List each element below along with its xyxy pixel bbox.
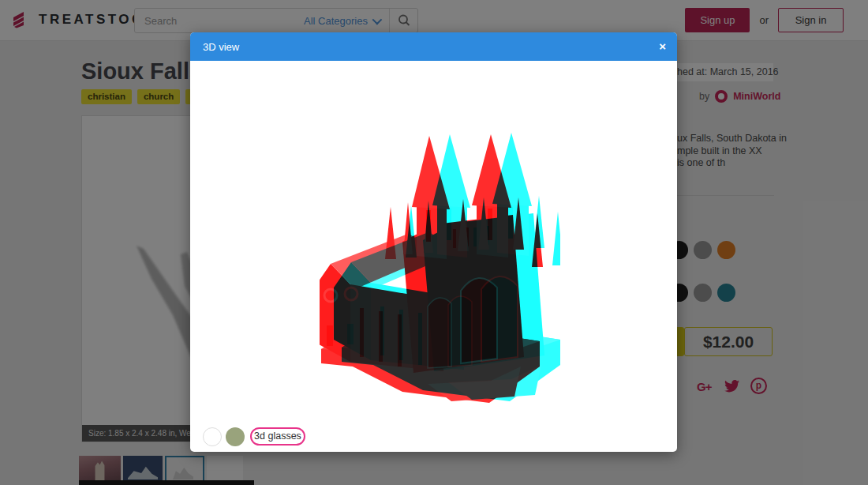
- model-color-olive[interactable]: [226, 427, 245, 446]
- modal-title: 3D view: [203, 41, 239, 53]
- model-color-white[interactable]: [203, 427, 222, 446]
- modal-header: 3D view ×: [190, 32, 677, 61]
- close-icon[interactable]: ×: [659, 39, 666, 55]
- 3d-glasses-toggle[interactable]: 3d glasses: [250, 427, 305, 446]
- cathedral-anaglyph-viewport[interactable]: [320, 130, 560, 407]
- 3d-view-modal: 3D view ×: [190, 32, 677, 452]
- right-eye-cyan-render: [334, 133, 560, 401]
